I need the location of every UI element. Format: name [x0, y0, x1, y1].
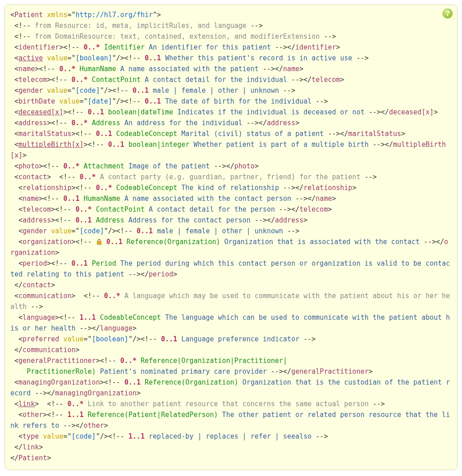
lock-icon: [96, 239, 102, 245]
deceased-link[interactable]: deceased[x]: [18, 108, 63, 116]
resource-header-comment: from Resource: id, meta, implicitRules, …: [35, 22, 247, 30]
root-tag: Patient: [14, 11, 43, 19]
xml-template-panel: ?<Patient xmlns="http://hl7.org/fhir"> <…: [5, 5, 457, 470]
link-link[interactable]: link: [18, 400, 35, 408]
help-icon[interactable]: ?: [443, 9, 453, 18]
active-link[interactable]: active: [18, 54, 43, 62]
domainresource-header-comment: from DomainResource: text, contained, ex…: [35, 32, 320, 41]
svg-rect-0: [97, 241, 101, 245]
multipleBirth-link[interactable]: multipleBirth[x]: [18, 141, 84, 149]
